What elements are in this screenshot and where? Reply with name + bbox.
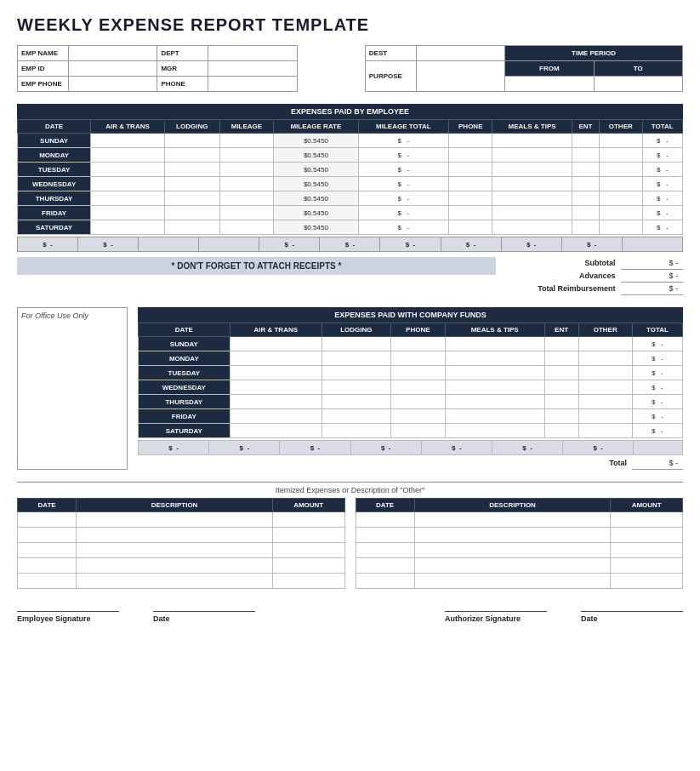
phone-label: PHONE	[157, 77, 208, 92]
mgr-label: MGR	[157, 61, 208, 77]
employee-expense-table: DATE AIR & TRANS LODGING MILEAGE MILEAGE…	[17, 119, 683, 235]
col-lodging-emp: LODGING	[164, 120, 219, 134]
purpose-label: PURPOSE	[365, 61, 416, 92]
office-use-box: For Office Use Only	[17, 307, 128, 470]
date2-label: Date	[581, 611, 683, 623]
emp-id-label: EMP ID	[18, 61, 69, 77]
table-row: THURSDAY$0.5450$ -$ -	[18, 191, 683, 206]
from-label: FROM	[505, 61, 594, 77]
signature-section: Employee Signature Date Authorizer Signa…	[17, 606, 683, 623]
col-ent-emp: ENT	[572, 120, 599, 134]
table-row: FRIDAY$ -	[139, 409, 683, 424]
col-meals-emp: MEALS & TIPS	[492, 120, 572, 134]
bottom-section: For Office Use Only EXPENSES PAID WITH C…	[17, 307, 683, 470]
table-row: TUESDAY$0.5450$ -$ -	[18, 163, 683, 177]
authorizer-signature-label: Authorizer Signature	[445, 611, 547, 623]
itemized-right-desc: DESCRIPTION	[414, 499, 611, 512]
itemized-right-amount: AMOUNT	[611, 499, 683, 512]
day-cell: MONDAY	[18, 148, 91, 163]
table-row: FRIDAY$0.5450$ -$ -	[18, 206, 683, 220]
table-row: SUNDAY$ -	[139, 337, 683, 351]
day-cell: SUNDAY	[18, 134, 91, 148]
table-row: MONDAY$0.5450$ -$ -	[18, 148, 683, 163]
employee-expenses-section: EXPENSES PAID BY EMPLOYEE DATE AIR & TRA…	[17, 104, 683, 295]
table-row: WEDNESDAY$0.5450$ -$ -	[18, 177, 683, 191]
table-row: SATURDAY$ -	[139, 424, 683, 438]
table-row: TUESDAY$ -	[139, 366, 683, 380]
day-cell: MONDAY	[139, 351, 230, 366]
col-total-emp: TOTAL	[642, 120, 682, 134]
itemized-left-amount: AMOUNT	[272, 499, 344, 512]
col-mileage-total-emp: MILEAGE TOTAL	[358, 120, 449, 134]
authorizer-sig-group: Authorizer Signature Date	[445, 611, 683, 623]
phone-value[interactable]	[208, 77, 297, 92]
day-cell: FRIDAY	[139, 409, 230, 424]
emp-phone-value[interactable]	[69, 77, 157, 92]
employee-signature-label: Employee Signature	[17, 611, 119, 623]
list-item	[356, 574, 683, 589]
col-other-co: OTHER	[578, 323, 632, 337]
list-item	[18, 528, 345, 543]
advances-value: $ -	[621, 270, 683, 283]
time-period-label: TIME PERIOD	[505, 46, 683, 61]
day-cell: TUESDAY	[139, 366, 230, 380]
col-mileage-emp: MILEAGE	[219, 120, 274, 134]
list-item	[18, 558, 345, 574]
col-phone-co: PHONE	[390, 323, 445, 337]
total-reimbursement-value: $ -	[621, 283, 683, 295]
day-cell: SATURDAY	[139, 424, 230, 438]
itemized-right-date: DATE	[356, 499, 414, 512]
col-ent-co: ENT	[544, 323, 578, 337]
employee-expenses-header: EXPENSES PAID BY EMPLOYEE	[17, 104, 683, 119]
subtotal-value: $ -	[621, 257, 683, 270]
summary-table: Subtotal $ - Advances $ - Total Reimburs…	[513, 257, 683, 295]
itemized-left-table: DATE DESCRIPTION AMOUNT	[17, 498, 345, 589]
date1-label: Date	[153, 611, 255, 623]
col-lodging-co: LODGING	[322, 323, 390, 337]
day-cell: SATURDAY	[18, 220, 91, 235]
col-air-trans-emp: AIR & TRANS	[91, 120, 165, 134]
day-cell: THURSDAY	[18, 191, 91, 206]
itemized-left-desc: DESCRIPTION	[77, 499, 273, 512]
dest-label: DEST	[365, 46, 416, 61]
list-item	[356, 558, 683, 574]
col-total-co: TOTAL	[632, 323, 682, 337]
list-item	[356, 543, 683, 558]
mgr-value[interactable]	[208, 61, 297, 77]
day-cell: THURSDAY	[139, 395, 230, 409]
list-item	[356, 512, 683, 528]
itemized-left-date: DATE	[18, 499, 77, 512]
emp-id-value[interactable]	[69, 61, 157, 77]
itemized-section: Itemized Expenses or Description of "Oth…	[17, 482, 683, 589]
list-item	[18, 543, 345, 558]
col-air-trans-co: AIR & TRANS	[230, 323, 322, 337]
company-expense-table: DATE AIR & TRANS LODGING PHONE MEALS & T…	[138, 323, 683, 438]
table-row: THURSDAY$ -	[139, 395, 683, 409]
page-title: WEEKLY EXPENSE REPORT TEMPLATE	[17, 15, 683, 35]
dest-value[interactable]	[416, 46, 504, 61]
day-cell: FRIDAY	[18, 206, 91, 220]
emp-name-label: EMP NAME	[18, 46, 69, 61]
day-cell: TUESDAY	[18, 163, 91, 177]
dept-value[interactable]	[208, 46, 297, 61]
emp-name-value[interactable]	[69, 46, 157, 61]
col-meals-co: MEALS & TIPS	[445, 323, 544, 337]
col-phone-emp: PHONE	[449, 120, 492, 134]
total-label: Total	[604, 457, 632, 470]
employee-info-table: EMP NAME DEPT DEST TIME PERIOD EMP ID MG…	[17, 45, 683, 92]
purpose-value[interactable]	[416, 61, 504, 92]
list-item	[356, 528, 683, 543]
day-cell: WEDNESDAY	[139, 380, 230, 395]
advances-label: Advances	[513, 270, 621, 283]
from-value[interactable]	[505, 77, 594, 92]
day-cell: WEDNESDAY	[18, 177, 91, 191]
receipts-reminder: * DON'T FORGET TO ATTACH RECEIPTS *	[17, 257, 496, 275]
itemized-tables: DATE DESCRIPTION AMOUNT DATE DESCRIPTION…	[17, 498, 683, 589]
subtotal-label: Subtotal	[513, 257, 621, 270]
to-value[interactable]	[594, 77, 682, 92]
company-total-final: Total $ -	[138, 457, 683, 470]
employee-totals-row: $ - $ - $ - $ - $ - $ - $ - $ -	[17, 237, 683, 252]
office-use-label: For Office Use Only	[21, 311, 88, 320]
table-row: MONDAY$ -	[139, 351, 683, 366]
itemized-header: Itemized Expenses or Description of "Oth…	[17, 482, 683, 494]
